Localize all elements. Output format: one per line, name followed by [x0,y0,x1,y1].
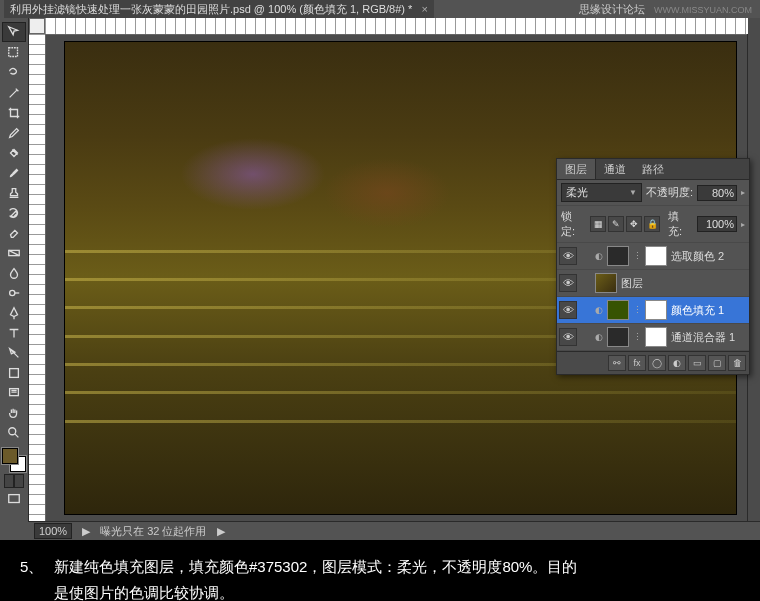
foreground-color[interactable] [2,448,18,464]
svg-rect-6 [9,495,20,503]
layers-list: 👁 ◐ ⋮ 选取颜色 2 👁 图层 👁 ◐ ⋮ 颜 [557,243,749,351]
adj-icon: ◐ [595,305,603,315]
visibility-toggle[interactable]: 👁 [559,301,577,319]
ruler-corner [29,18,45,34]
tab-layers[interactable]: 图层 [557,159,596,179]
fill-label: 填充: [668,209,693,239]
visibility-toggle[interactable]: 👁 [559,274,577,292]
pen-tool[interactable] [3,304,25,322]
notes-tool[interactable] [3,384,25,402]
status-bar: 100% ▶ 曝光只在 32 位起作用 ▶ [28,521,760,540]
path-tool[interactable] [3,344,25,362]
layers-footer: ⚯ fx ◯ ◐ ▭ ▢ 🗑 [557,351,749,374]
document-title: 利用外挂滤镜快速处理一张灰蒙蒙的田园照片.psd @ 100% (颜色填充 1,… [10,3,412,15]
group-button[interactable]: ▭ [688,355,706,371]
layer-mask[interactable] [645,300,667,320]
status-hint: 曝光只在 32 位起作用 [100,524,206,539]
watermark: 思缘设计论坛 WWW.MISSYUAN.COM [579,2,752,17]
layer-thumb[interactable] [607,246,629,266]
layer-mask-button[interactable]: ◯ [648,355,666,371]
layer-style-button[interactable]: fx [628,355,646,371]
adj-icon: ◐ [595,251,603,261]
tab-channels[interactable]: 通道 [596,159,634,179]
opacity-input[interactable]: 80% [697,185,737,201]
ruler-vertical[interactable] [29,34,46,522]
layer-thumb[interactable] [595,273,617,293]
visibility-toggle[interactable]: 👁 [559,247,577,265]
link-layers-button[interactable]: ⚯ [608,355,626,371]
svg-rect-0 [9,48,18,57]
layer-thumb[interactable] [607,300,629,320]
ruler-horizontal[interactable] [45,18,748,35]
lock-transparency-icon[interactable]: ▦ [590,216,606,232]
move-tool[interactable] [2,22,26,42]
adj-icon: ◐ [595,332,603,342]
tutorial-caption: 5、新建纯色填充图层，填充颜色#375302，图层模式：柔光，不透明度80%。目… [0,542,760,601]
adjustment-layer-button[interactable]: ◐ [668,355,686,371]
color-swatches[interactable] [2,448,26,472]
zoom-level[interactable]: 100% [34,523,72,539]
layer-row[interactable]: 👁 ◐ ⋮ 选取颜色 2 [557,243,749,270]
shape-tool[interactable] [3,364,25,382]
chevron-down-icon: ▼ [629,188,637,197]
tools-palette [0,18,29,522]
document-tab[interactable]: 利用外挂滤镜快速处理一张灰蒙蒙的田园照片.psd @ 100% (颜色填充 1,… [4,0,434,19]
photoshop-window: 利用外挂滤镜快速处理一张灰蒙蒙的田园照片.psd @ 100% (颜色填充 1,… [0,0,760,540]
layers-panel[interactable]: 图层 通道 路径 柔光 ▼ 不透明度: 80% ▸ 锁定: ▦ ✎ ✥ 🔒 填充… [556,158,750,375]
panel-tabs: 图层 通道 路径 [557,159,749,180]
layer-mask[interactable] [645,246,667,266]
gradient-tool[interactable] [3,244,25,262]
blur-tool[interactable] [3,264,25,282]
healing-tool[interactable] [3,144,25,162]
visibility-toggle[interactable]: 👁 [559,328,577,346]
lock-label: 锁定: [561,209,586,239]
close-tab-icon[interactable]: × [421,3,427,15]
hand-tool[interactable] [3,404,25,422]
layer-row[interactable]: 👁 图层 [557,270,749,297]
blend-mode-dropdown[interactable]: 柔光 ▼ [561,183,642,202]
lock-controls: ▦ ✎ ✥ 🔒 [590,216,660,232]
quick-mask-toggle[interactable] [4,474,24,488]
eyedropper-tool[interactable] [3,124,25,142]
fill-input[interactable]: 100% [697,216,737,232]
dodge-tool[interactable] [3,284,25,302]
titlebar: 利用外挂滤镜快速处理一张灰蒙蒙的田园照片.psd @ 100% (颜色填充 1,… [0,0,760,19]
layer-row[interactable]: 👁 ◐ ⋮ 颜色填充 1 [557,297,749,324]
opacity-label: 不透明度: [646,185,693,200]
new-layer-button[interactable]: ▢ [708,355,726,371]
lasso-tool[interactable] [3,64,25,82]
lock-pixels-icon[interactable]: ✎ [608,216,624,232]
lock-position-icon[interactable]: ✥ [626,216,642,232]
type-tool[interactable] [3,324,25,342]
delete-layer-button[interactable]: 🗑 [728,355,746,371]
layer-mask[interactable] [645,327,667,347]
svg-point-5 [9,428,16,435]
svg-rect-3 [10,369,19,378]
screen-mode[interactable] [3,490,25,508]
history-brush-tool[interactable] [3,204,25,222]
layer-thumb[interactable] [607,327,629,347]
tab-paths[interactable]: 路径 [634,159,672,179]
step-number: 5、 [20,554,54,580]
brush-tool[interactable] [3,164,25,182]
zoom-tool[interactable] [3,424,25,442]
marquee-tool[interactable] [3,44,25,62]
eraser-tool[interactable] [3,224,25,242]
lock-all-icon[interactable]: 🔒 [644,216,660,232]
stamp-tool[interactable] [3,184,25,202]
crop-tool[interactable] [3,104,25,122]
layer-row[interactable]: 👁 ◐ ⋮ 通道混合器 1 [557,324,749,351]
wand-tool[interactable] [3,84,25,102]
svg-point-2 [10,290,15,295]
